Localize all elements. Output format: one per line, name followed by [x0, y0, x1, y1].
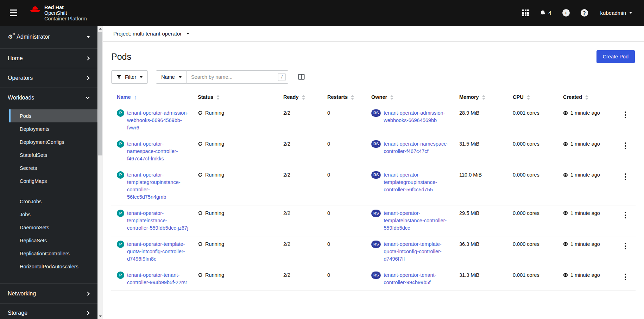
pod-link[interactable]: tenant-operator-tenant-controller-994b99…: [127, 272, 189, 286]
chevron-icon: [86, 95, 89, 99]
table-row: P tenant-operator-admission-webhooks-669…: [111, 105, 636, 136]
sidebar-section-operators[interactable]: Operators: [0, 68, 97, 88]
owner-link[interactable]: tenant-operator-templategroupinstance-co…: [384, 171, 450, 193]
column-header-created[interactable]: Created: [557, 91, 616, 105]
pod-link[interactable]: tenant-operator-templategroupinstance-co…: [127, 171, 189, 201]
notifications-button[interactable]: 4: [539, 9, 552, 17]
menu-toggle-button[interactable]: [7, 7, 20, 19]
replicaset-badge: RS: [371, 272, 381, 279]
search-box: /: [187, 70, 288, 84]
created-text: 1 minute ago: [570, 171, 600, 179]
scrollbar-thumb[interactable]: [98, 32, 102, 155]
globe-icon: [563, 110, 568, 115]
kebab-menu-button[interactable]: [622, 241, 629, 251]
owner-link[interactable]: tenant-operator-admission-webhooks-66964…: [384, 109, 450, 124]
pod-link[interactable]: tenant-operator-admission-webhooks-66964…: [127, 109, 189, 132]
sidebar-scrollbar[interactable]: [97, 26, 103, 319]
search-type-dropdown[interactable]: Name: [156, 70, 187, 84]
project-selector[interactable]: Project: multi-tenant-operator: [111, 30, 191, 37]
brand-logo[interactable]: Red Hat OpenShift Container Platform: [29, 5, 87, 21]
ready-cell: 2/2: [278, 167, 322, 205]
kebab-menu-button[interactable]: [622, 141, 629, 151]
sidebar-section-workloads[interactable]: Workloads: [0, 88, 97, 107]
pod-link[interactable]: tenant-operator-templateinstance-control…: [127, 210, 189, 232]
memory-cell: 31.5 MiB: [454, 136, 507, 167]
search-type-label: Name: [161, 74, 175, 80]
created-cell: 1 minute ago: [557, 236, 616, 267]
search-input[interactable]: [187, 74, 288, 80]
help-button[interactable]: ?: [580, 8, 589, 17]
status-cell: Running: [192, 236, 278, 267]
brand-line3: Container Platform: [44, 16, 87, 21]
filter-dropdown[interactable]: Filter: [111, 70, 148, 84]
name-cell: P tenant-operator-templategroupinstance-…: [111, 167, 192, 205]
restarts-cell: 0: [322, 267, 366, 291]
status-cell: Running: [192, 167, 278, 205]
add-button[interactable]: +: [562, 8, 570, 17]
sidebar-item-secrets[interactable]: Secrets: [9, 161, 97, 174]
create-pod-button[interactable]: Create Pod: [596, 50, 635, 63]
restarts-cell: 0: [322, 136, 366, 167]
sidebar-item-cronjobs[interactable]: CronJobs: [9, 195, 97, 208]
column-header-name[interactable]: Name ↑: [111, 91, 192, 105]
column-header-owner[interactable]: Owner: [366, 91, 454, 105]
memory-cell: 29.5 MiB: [454, 205, 507, 236]
sidebar-item-replicasets[interactable]: ReplicaSets: [9, 234, 97, 247]
cpu-cell: 0.001 cores: [507, 105, 557, 136]
status-text: Running: [205, 109, 224, 117]
sidebar-section-storage[interactable]: Storage: [0, 303, 97, 319]
owner-link[interactable]: tenant-operator-tenant-controller-994b99…: [384, 272, 450, 286]
sidebar-item-deployments[interactable]: Deployments: [9, 122, 97, 135]
actions-cell: [616, 136, 634, 167]
pod-badge: P: [117, 109, 124, 117]
kebab-menu-button[interactable]: [622, 272, 629, 282]
sidebar-item-pods[interactable]: Pods: [9, 109, 97, 122]
column-header-restarts[interactable]: Restarts: [322, 91, 366, 105]
sync-running-icon: [198, 141, 203, 146]
main-content: Project: multi-tenant-operator Pods Crea…: [103, 26, 644, 319]
sidebar-item-deploymentconfigs[interactable]: DeploymentConfigs: [9, 135, 97, 148]
pod-link[interactable]: tenant-operator-template-quota-intconfig…: [127, 241, 189, 263]
created-text: 1 minute ago: [570, 210, 600, 217]
kebab-menu-button[interactable]: [622, 210, 629, 220]
cpu-cell: 0.000 cores: [507, 205, 557, 236]
sort-ascending-icon: ↑: [134, 94, 137, 101]
sidebar-item-horizontalpodautoscalers[interactable]: HorizontalPodAutoscalers: [9, 260, 97, 273]
scrollbar-up-arrow[interactable]: [98, 26, 103, 31]
sidebar-item-jobs[interactable]: Jobs: [9, 208, 97, 221]
column-header-memory[interactable]: Memory: [454, 91, 507, 105]
actions-cell: [616, 267, 634, 291]
table-row: P tenant-operator-namespace-controller-f…: [111, 136, 636, 167]
masthead-toolbar: 4 + ? kubeadmin: [522, 8, 634, 17]
pod-link[interactable]: tenant-operator-namespace-controller-f46…: [127, 140, 189, 162]
apps-grid-button[interactable]: [522, 9, 530, 17]
sync-running-icon: [198, 242, 203, 247]
scrollbar-down-arrow[interactable]: [98, 313, 103, 319]
owner-link[interactable]: tenant-operator-templateinstance-control…: [384, 210, 450, 232]
restarts-cell: 0: [322, 167, 366, 205]
owner-link[interactable]: tenant-operator-template-quota-intconfig…: [384, 241, 450, 263]
kebab-menu-button[interactable]: [622, 110, 629, 120]
project-label: Project: multi-tenant-operator: [113, 31, 182, 37]
sidebar-section-home[interactable]: Home: [0, 48, 97, 68]
column-header-cpu[interactable]: CPU: [507, 91, 557, 105]
sidebar-item-daemonsets[interactable]: DaemonSets: [9, 221, 97, 234]
perspective-switcher[interactable]: ⚙⚙ Administrator: [0, 26, 97, 48]
column-header-ready[interactable]: Ready: [278, 91, 322, 105]
redhat-fedora-icon: [29, 5, 41, 14]
sidebar-item-statefulsets[interactable]: StatefulSets: [9, 148, 97, 161]
kebab-menu-button[interactable]: [622, 172, 629, 182]
cpu-cell: 0.000 cores: [507, 136, 557, 167]
table-header-row: Name ↑ Status Ready Restarts Owner: [111, 91, 636, 105]
owner-cell: RS tenant-operator-templateinstance-cont…: [366, 205, 454, 236]
owner-link[interactable]: tenant-operator-namespace-controller-f46…: [384, 140, 450, 155]
manage-columns-button[interactable]: [298, 74, 305, 80]
sidebar-item-configmaps[interactable]: ConfigMaps: [9, 174, 97, 187]
user-menu[interactable]: kubeadmin: [598, 9, 634, 16]
sidebar-item-replicationcontrollers[interactable]: ReplicationControllers: [9, 247, 97, 260]
column-header-status[interactable]: Status: [192, 91, 278, 105]
status-cell: Running: [192, 205, 278, 236]
sidebar-section-networking[interactable]: Networking: [0, 283, 97, 303]
notification-count: 4: [548, 10, 551, 16]
cogs-icon: ⚙⚙: [8, 34, 13, 40]
